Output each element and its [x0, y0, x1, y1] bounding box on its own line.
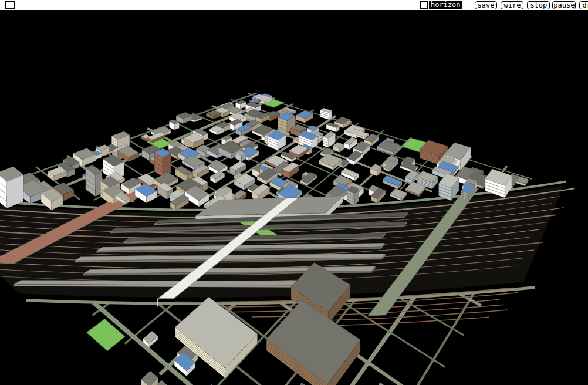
- toolbar: horizon save wire stop pause draw: [420, 1, 588, 9]
- wire-button[interactable]: wire: [501, 1, 523, 9]
- horizon-checkbox[interactable]: [420, 1, 428, 9]
- save-button[interactable]: save: [475, 1, 498, 9]
- pause-button[interactable]: pause: [552, 1, 576, 9]
- draw-button[interactable]: draw: [579, 1, 588, 9]
- window-menu-button[interactable]: [5, 1, 15, 9]
- viewport-3d-city[interactable]: [0, 10, 588, 385]
- stop-button[interactable]: stop: [527, 1, 550, 9]
- horizon-label[interactable]: horizon: [429, 1, 462, 9]
- titlebar: horizon save wire stop pause draw: [0, 0, 588, 10]
